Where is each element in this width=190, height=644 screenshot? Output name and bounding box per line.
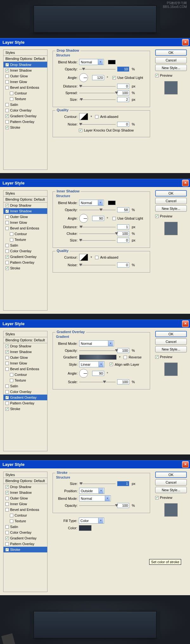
style-item-gradient-overlay[interactable]: Gradient Overlay [3, 395, 47, 400]
style-item-texture[interactable]: Texture [3, 377, 47, 383]
slider[interactable] [79, 231, 116, 236]
select[interactable]: Normal [79, 495, 111, 501]
new-style-button[interactable]: New Style... [155, 65, 187, 71]
style-checkbox[interactable] [5, 345, 9, 348]
numeric-input[interactable] [117, 231, 129, 236]
style-item-inner-shadow[interactable]: Inner Shadow [3, 490, 47, 495]
blending-options[interactable]: Blending Options: Default [3, 478, 47, 484]
slider[interactable] [79, 238, 116, 242]
titlebar[interactable]: Layer Style × [0, 319, 190, 328]
style-checkbox[interactable] [5, 221, 9, 224]
titlebar[interactable]: Layer Style × [0, 38, 190, 46]
close-icon[interactable]: × [182, 461, 189, 468]
style-item-texture[interactable]: Texture [3, 237, 47, 242]
angle-dial[interactable] [79, 73, 88, 82]
style-item-stroke[interactable]: Stroke [3, 125, 47, 130]
numeric-input[interactable] [117, 122, 129, 127]
contour-swatch[interactable] [79, 254, 88, 261]
style-checkbox[interactable] [5, 126, 9, 129]
style-item-color-overlay[interactable]: Color Overlay [3, 389, 47, 395]
style-item-drop-shadow[interactable]: Drop Shadow [3, 343, 47, 349]
cancel-button[interactable]: Cancel [155, 338, 187, 345]
numeric-input[interactable] [117, 503, 129, 508]
slider[interactable] [79, 97, 116, 102]
color-swatch[interactable] [108, 201, 116, 205]
style-checkbox[interactable] [5, 531, 9, 534]
numeric-input[interactable] [92, 75, 104, 80]
styles-header[interactable]: Styles [3, 190, 47, 196]
style-item-texture[interactable]: Texture [3, 518, 47, 524]
style-checkbox[interactable] [5, 362, 9, 365]
checkbox[interactable] [110, 363, 113, 366]
style-item-satin[interactable]: Satin [3, 102, 47, 107]
select[interactable]: Normal [79, 340, 114, 346]
style-item-pattern-overlay[interactable]: Pattern Overlay [3, 119, 47, 125]
numeric-input[interactable] [117, 84, 129, 89]
style-item-outer-glow[interactable]: Outer Glow [3, 214, 47, 220]
style-item-gradient-overlay[interactable]: Gradient Overlay [3, 113, 47, 119]
style-item-gradient-overlay[interactable]: Gradient Overlay [3, 254, 47, 260]
style-item-satin[interactable]: Satin [3, 524, 47, 530]
angle-dial[interactable] [79, 369, 88, 378]
style-checkbox[interactable] [5, 350, 9, 354]
style-checkbox[interactable] [5, 548, 9, 551]
preview-check[interactable]: Preview [155, 74, 187, 77]
slider[interactable] [79, 263, 116, 267]
style-item-bevel-and-emboss[interactable]: Bevel and Emboss [3, 366, 47, 372]
style-item-drop-shadow[interactable]: Drop Shadow [3, 62, 47, 68]
stroke-color-swatch[interactable] [79, 525, 92, 531]
cancel-button[interactable]: Cancel [155, 198, 187, 204]
style-item-drop-shadow[interactable]: Drop Shadow [3, 203, 47, 208]
style-checkbox[interactable] [5, 502, 9, 506]
select[interactable]: Color [79, 518, 104, 524]
style-item-outer-glow[interactable]: Outer Glow [3, 495, 47, 501]
checkbox[interactable] [79, 129, 82, 132]
select[interactable]: Outside [79, 488, 104, 494]
style-checkbox[interactable] [5, 244, 9, 247]
style-item-texture[interactable]: Texture [3, 96, 47, 102]
style-checkbox[interactable] [5, 69, 9, 72]
style-checkbox[interactable] [5, 120, 9, 124]
new-style-button[interactable]: New Style... [155, 205, 187, 212]
style-checkbox[interactable] [10, 232, 13, 236]
preview-check[interactable]: Preview [155, 214, 187, 218]
style-item-pattern-overlay[interactable]: Pattern Overlay [3, 400, 47, 406]
style-checkbox[interactable] [5, 109, 9, 112]
style-checkbox[interactable] [5, 407, 9, 411]
style-checkbox[interactable] [5, 215, 9, 219]
blending-options[interactable]: Blending Options: Default [3, 56, 47, 62]
style-item-contour[interactable]: Contour [3, 231, 47, 237]
style-checkbox[interactable] [5, 384, 9, 388]
numeric-input[interactable] [117, 67, 129, 72]
slider[interactable] [79, 122, 116, 126]
style-checkbox[interactable] [10, 379, 13, 382]
checkbox[interactable] [124, 356, 127, 359]
style-checkbox[interactable] [5, 542, 9, 546]
numeric-input[interactable] [92, 216, 104, 221]
slider[interactable] [79, 481, 116, 486]
styles-header[interactable]: Styles [3, 472, 47, 478]
style-checkbox[interactable] [5, 396, 9, 399]
slider[interactable] [79, 91, 116, 95]
preview-check[interactable]: Preview [155, 355, 187, 359]
numeric-input[interactable] [92, 371, 104, 376]
blending-options[interactable]: Blending Options: Default [3, 196, 47, 203]
style-checkbox[interactable] [5, 249, 9, 253]
ok-button[interactable]: OK [155, 331, 187, 337]
style-item-stroke[interactable]: Stroke [3, 406, 47, 412]
style-checkbox[interactable] [5, 103, 9, 106]
style-checkbox[interactable] [10, 97, 13, 101]
style-checkbox[interactable] [5, 497, 9, 500]
style-checkbox[interactable] [10, 373, 13, 377]
new-style-button[interactable]: New Style... [155, 487, 187, 493]
numeric-input[interactable] [117, 262, 129, 267]
style-item-inner-glow[interactable]: Inner Glow [3, 360, 47, 366]
titlebar[interactable]: Layer Style × [0, 460, 190, 468]
style-checkbox[interactable] [5, 402, 9, 405]
style-checkbox[interactable] [5, 508, 9, 512]
style-checkbox[interactable] [5, 227, 9, 230]
style-item-inner-glow[interactable]: Inner Glow [3, 220, 47, 225]
numeric-input[interactable] [117, 379, 129, 384]
style-checkbox[interactable] [5, 209, 9, 213]
style-checkbox[interactable] [10, 92, 13, 95]
